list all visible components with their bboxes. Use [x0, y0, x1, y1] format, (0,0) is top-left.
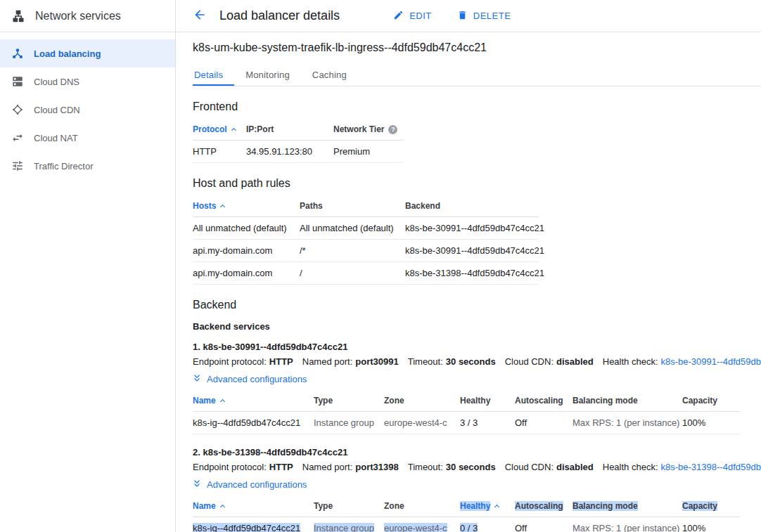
column-header-backend[interactable]: Backend [405, 195, 539, 217]
help-icon[interactable]: ? [388, 125, 397, 134]
tab-monitoring[interactable]: Monitoring [234, 63, 301, 86]
property-cloud-cdn: Cloud CDN:disabled [505, 356, 594, 367]
selected-text: k8s-ig--4dfd59db47c4cc21 [193, 523, 300, 532]
column-header-autoscaling[interactable]: Autoscaling [515, 495, 573, 517]
cell-path: /* [300, 240, 405, 262]
sort-ascending-icon [220, 398, 225, 403]
column-header-autoscaling[interactable]: Autoscaling [515, 390, 573, 412]
property-value: disabled [556, 462, 594, 472]
cell-healthy: 0 / 3 [460, 517, 515, 532]
sidebar-item-label: Load balancing [34, 48, 101, 59]
tab-bar: Details Monitoring Caching [193, 63, 761, 86]
delete-button[interactable]: DELETE [457, 10, 511, 22]
advanced-configurations-toggle[interactable]: Advanced configurations [193, 479, 307, 490]
backend-service-title: 2. k8s-be-31398--4dfd59db47c4cc21 [193, 447, 744, 458]
column-header-balancing-mode[interactable]: Balancing mode [573, 495, 682, 517]
health-check-link[interactable]: k8s-be-30991--4dfd59db47c4cc21 [661, 356, 761, 367]
property-label: Named port: [302, 356, 353, 367]
sidebar-item-cloud-dns[interactable]: Cloud DNS [0, 67, 175, 96]
tab-details[interactable]: Details [193, 63, 234, 86]
app-window: Network services Load balancing Cloud DN… [0, 0, 761, 532]
load-balancer-name: k8s-um-kube-system-traefik-lb-ingress--4… [193, 41, 744, 55]
page-title: Load balancer details [219, 8, 340, 23]
cell-protocol: HTTP [193, 141, 246, 163]
topbar-actions: EDIT DELETE [393, 10, 511, 22]
sidebar-item-load-balancing[interactable]: Load balancing [0, 39, 175, 67]
arrow-back-icon [193, 8, 207, 24]
topbar: Load balancer details EDIT DELETE [176, 0, 761, 32]
property-value: 30 seconds [446, 462, 496, 472]
column-label: Healthy [460, 501, 490, 511]
frontend-section: Frontend Protocol IP:Port Network Tier ?… [193, 100, 744, 163]
edit-button-label: EDIT [409, 11, 432, 21]
cell-zone: europe-west4-c [384, 517, 460, 532]
advanced-configurations-toggle[interactable]: Advanced configurations [193, 374, 307, 384]
tab-caching[interactable]: Caching [301, 63, 358, 86]
frontend-heading: Frontend [193, 100, 744, 113]
backend-section: Backend Backend services 1. k8s-be-30991… [193, 299, 744, 532]
column-label: Autoscaling [515, 501, 563, 511]
column-label: Balancing mode [573, 501, 638, 511]
sidebar-nav: Load balancing Cloud DNS Cloud CDN Cloud… [0, 32, 175, 180]
column-header-capacity[interactable]: Capacity [682, 390, 740, 412]
column-header-zone[interactable]: Zone [384, 390, 460, 412]
column-label: Balancing mode [573, 396, 638, 406]
host-path-rules-table: Hosts Paths Backend All unmatched (defau… [193, 195, 744, 285]
cell-type: Instance group [314, 517, 384, 532]
column-header-healthy[interactable]: Healthy [460, 390, 515, 412]
column-header-balancing-mode[interactable]: Balancing mode [573, 390, 682, 412]
column-label: Paths [300, 201, 323, 211]
selected-text: Balancing mode [573, 501, 638, 511]
column-label: Name [193, 396, 216, 406]
double-chevron-down-icon [193, 479, 201, 490]
frontend-table: Protocol IP:Port Network Tier ? HTTP 34.… [193, 119, 744, 163]
edit-button[interactable]: EDIT [393, 10, 432, 22]
sidebar-item-label: Cloud NAT [34, 133, 78, 143]
column-header-paths[interactable]: Paths [300, 195, 405, 217]
health-check-link[interactable]: k8s-be-31398--4dfd59db47c4cc21 [661, 462, 761, 472]
back-button[interactable] [193, 8, 207, 24]
column-header-network-tier[interactable]: Network Tier ? [333, 119, 404, 141]
column-header-hosts[interactable]: Hosts [193, 195, 300, 217]
cell-zone: europe-west4-c [384, 412, 460, 434]
property-label: Endpoint protocol: [193, 462, 267, 472]
backend-service-2: 2. k8s-be-31398--4dfd59db47c4cc21 Endpoi… [193, 447, 744, 532]
property-label: Endpoint protocol: [193, 356, 267, 367]
cell-network-tier: Premium [333, 141, 404, 163]
sort-ascending-icon [220, 204, 225, 209]
column-header-protocol[interactable]: Protocol [193, 119, 246, 141]
sidebar-item-traffic-director[interactable]: Traffic Director [0, 152, 175, 180]
network-services-icon [11, 9, 25, 23]
column-header-zone[interactable]: Zone [384, 495, 460, 517]
backend-service-properties: Endpoint protocol:HTTP Named port:port31… [193, 462, 744, 472]
cell-ip-port: 34.95.91.123:80 [246, 141, 333, 163]
cell-name: k8s-ig--4dfd59db47c4cc21 [193, 412, 314, 434]
backend-service-title: 1. k8s-be-30991--4dfd59db47c4cc21 [193, 342, 744, 352]
pencil-icon [393, 10, 404, 22]
column-label: Zone [384, 396, 404, 406]
sidebar-item-cloud-nat[interactable]: Cloud NAT [0, 124, 175, 152]
column-header-name[interactable]: Name [193, 390, 314, 412]
main-content: k8s-um-kube-system-traefik-lb-ingress--4… [176, 32, 761, 532]
cell-host: api.my-domain.com [193, 240, 300, 262]
cell-path: All unmatched (default) [300, 217, 405, 240]
property-value: HTTP [269, 356, 293, 367]
property-endpoint-protocol: Endpoint protocol:HTTP [193, 356, 293, 367]
column-header-type[interactable]: Type [314, 390, 384, 412]
column-header-name[interactable]: Name [193, 495, 314, 517]
selected-text: Autoscaling [515, 501, 563, 511]
cell-type: Instance group [314, 412, 384, 434]
property-value: 30 seconds [446, 356, 496, 367]
sidebar-item-label: Cloud DNS [34, 77, 79, 87]
sidebar-title: Network services [35, 10, 121, 22]
trash-icon [457, 10, 468, 22]
property-label: Cloud CDN: [505, 462, 554, 472]
column-label: Network Tier [333, 124, 384, 134]
column-header-capacity[interactable]: Capacity [682, 495, 740, 517]
column-header-ip-port[interactable]: IP:Port [246, 119, 333, 141]
sidebar-header: Network services [0, 0, 175, 32]
sidebar-item-cloud-cdn[interactable]: Cloud CDN [0, 96, 175, 124]
column-header-type[interactable]: Type [314, 495, 384, 517]
cell-balancing-mode: Max RPS: 1 (per instance) [573, 517, 682, 532]
column-header-healthy[interactable]: Healthy [460, 495, 515, 517]
